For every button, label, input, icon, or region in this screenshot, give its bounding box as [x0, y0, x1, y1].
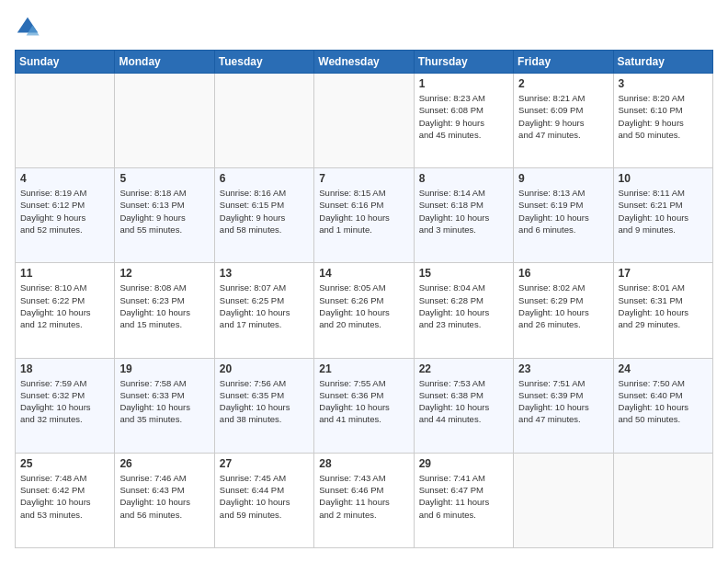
day-info: Sunrise: 7:51 AM Sunset: 6:39 PM Dayligh… [518, 377, 608, 426]
day-info: Sunrise: 8:13 AM Sunset: 6:19 PM Dayligh… [518, 187, 608, 236]
day-info: Sunrise: 8:11 AM Sunset: 6:21 PM Dayligh… [619, 187, 708, 236]
calendar-cell: 21Sunrise: 7:55 AM Sunset: 6:36 PM Dayli… [314, 358, 414, 453]
day-info: Sunrise: 7:48 AM Sunset: 6:42 PM Dayligh… [20, 472, 109, 521]
day-info: Sunrise: 7:43 AM Sunset: 6:46 PM Dayligh… [319, 472, 408, 521]
weekday-header-saturday: Saturday [613, 51, 712, 74]
calendar-cell: 10Sunrise: 8:11 AM Sunset: 6:21 PM Dayli… [613, 168, 712, 263]
day-number: 7 [319, 172, 408, 185]
day-info: Sunrise: 8:10 AM Sunset: 6:22 PM Dayligh… [20, 282, 109, 330]
calendar-cell [16, 74, 115, 168]
day-info: Sunrise: 7:46 AM Sunset: 6:43 PM Dayligh… [119, 472, 209, 521]
day-number: 18 [20, 362, 109, 375]
day-info: Sunrise: 7:50 AM Sunset: 6:40 PM Dayligh… [619, 377, 708, 426]
day-info: Sunrise: 7:56 AM Sunset: 6:35 PM Dayligh… [220, 377, 309, 426]
page: SundayMondayTuesdayWednesdayThursdayFrid… [0, 0, 728, 563]
day-info: Sunrise: 8:15 AM Sunset: 6:16 PM Dayligh… [319, 187, 408, 236]
calendar-cell: 5Sunrise: 8:18 AM Sunset: 6:13 PM Daylig… [115, 168, 214, 263]
calendar-cell: 12Sunrise: 8:08 AM Sunset: 6:23 PM Dayli… [115, 263, 214, 358]
calendar-cell: 19Sunrise: 7:58 AM Sunset: 6:33 PM Dayli… [115, 358, 214, 453]
calendar-cell: 1Sunrise: 8:23 AM Sunset: 6:08 PM Daylig… [414, 74, 513, 168]
calendar-cell: 11Sunrise: 8:10 AM Sunset: 6:22 PM Dayli… [16, 263, 115, 358]
calendar-cell: 2Sunrise: 8:21 AM Sunset: 6:09 PM Daylig… [514, 74, 613, 168]
day-number: 9 [518, 172, 608, 185]
day-info: Sunrise: 8:07 AM Sunset: 6:25 PM Dayligh… [220, 282, 309, 330]
weekday-header-tuesday: Tuesday [214, 51, 313, 74]
day-info: Sunrise: 8:20 AM Sunset: 6:10 PM Dayligh… [619, 92, 708, 141]
weekday-header-thursday: Thursday [414, 51, 513, 74]
day-number: 6 [220, 172, 309, 185]
weekday-header-friday: Friday [514, 51, 613, 74]
day-number: 11 [20, 267, 109, 280]
day-number: 19 [119, 362, 209, 375]
header [15, 15, 713, 40]
calendar-cell: 13Sunrise: 8:07 AM Sunset: 6:25 PM Dayli… [214, 263, 313, 358]
day-info: Sunrise: 8:19 AM Sunset: 6:12 PM Dayligh… [20, 187, 109, 236]
calendar-cell: 14Sunrise: 8:05 AM Sunset: 6:26 PM Dayli… [314, 263, 414, 358]
day-info: Sunrise: 7:53 AM Sunset: 6:38 PM Dayligh… [419, 377, 508, 426]
day-number: 4 [20, 172, 109, 185]
day-number: 8 [419, 172, 508, 185]
calendar-cell [613, 453, 712, 547]
calendar-cell: 20Sunrise: 7:56 AM Sunset: 6:35 PM Dayli… [214, 358, 313, 453]
day-info: Sunrise: 7:59 AM Sunset: 6:32 PM Dayligh… [20, 377, 109, 426]
day-info: Sunrise: 8:14 AM Sunset: 6:18 PM Dayligh… [419, 187, 508, 236]
day-info: Sunrise: 8:21 AM Sunset: 6:09 PM Dayligh… [518, 92, 608, 141]
calendar-cell: 17Sunrise: 8:01 AM Sunset: 6:31 PM Dayli… [613, 263, 712, 358]
weekday-header-sunday: Sunday [16, 51, 115, 74]
calendar-cell: 28Sunrise: 7:43 AM Sunset: 6:46 PM Dayli… [314, 453, 414, 547]
day-number: 28 [319, 457, 408, 470]
logo-icon [15, 15, 40, 40]
calendar-cell: 6Sunrise: 8:16 AM Sunset: 6:15 PM Daylig… [214, 168, 313, 263]
day-number: 15 [419, 267, 508, 280]
calendar-cell [214, 74, 313, 168]
day-info: Sunrise: 8:02 AM Sunset: 6:29 PM Dayligh… [518, 282, 608, 330]
calendar-cell: 15Sunrise: 8:04 AM Sunset: 6:28 PM Dayli… [414, 263, 513, 358]
day-number: 27 [220, 457, 309, 470]
day-number: 17 [619, 267, 708, 280]
weekday-header-row: SundayMondayTuesdayWednesdayThursdayFrid… [16, 51, 713, 74]
day-number: 16 [518, 267, 608, 280]
day-number: 23 [518, 362, 608, 375]
day-number: 1 [419, 77, 508, 90]
day-info: Sunrise: 8:01 AM Sunset: 6:31 PM Dayligh… [619, 282, 708, 330]
weekday-header-wednesday: Wednesday [314, 51, 414, 74]
day-number: 10 [619, 172, 708, 185]
calendar-cell: 18Sunrise: 7:59 AM Sunset: 6:32 PM Dayli… [16, 358, 115, 453]
logo [15, 15, 44, 40]
day-number: 20 [220, 362, 309, 375]
calendar-cell: 8Sunrise: 8:14 AM Sunset: 6:18 PM Daylig… [414, 168, 513, 263]
calendar-cell: 26Sunrise: 7:46 AM Sunset: 6:43 PM Dayli… [115, 453, 214, 547]
day-number: 29 [419, 457, 508, 470]
calendar-cell: 24Sunrise: 7:50 AM Sunset: 6:40 PM Dayli… [613, 358, 712, 453]
day-number: 12 [119, 267, 209, 280]
calendar-cell [514, 453, 613, 547]
calendar-cell: 23Sunrise: 7:51 AM Sunset: 6:39 PM Dayli… [514, 358, 613, 453]
calendar-week-2: 4Sunrise: 8:19 AM Sunset: 6:12 PM Daylig… [16, 168, 713, 263]
calendar-cell [314, 74, 414, 168]
calendar-week-1: 1Sunrise: 8:23 AM Sunset: 6:08 PM Daylig… [16, 74, 713, 168]
day-info: Sunrise: 8:16 AM Sunset: 6:15 PM Dayligh… [220, 187, 309, 236]
calendar-cell: 22Sunrise: 7:53 AM Sunset: 6:38 PM Dayli… [414, 358, 513, 453]
day-number: 21 [319, 362, 408, 375]
calendar-cell: 25Sunrise: 7:48 AM Sunset: 6:42 PM Dayli… [16, 453, 115, 547]
calendar-week-4: 18Sunrise: 7:59 AM Sunset: 6:32 PM Dayli… [16, 358, 713, 453]
day-info: Sunrise: 8:23 AM Sunset: 6:08 PM Dayligh… [419, 92, 508, 141]
day-number: 14 [319, 267, 408, 280]
day-number: 13 [220, 267, 309, 280]
day-info: Sunrise: 8:04 AM Sunset: 6:28 PM Dayligh… [419, 282, 508, 330]
calendar-week-5: 25Sunrise: 7:48 AM Sunset: 6:42 PM Dayli… [16, 453, 713, 547]
calendar-cell: 16Sunrise: 8:02 AM Sunset: 6:29 PM Dayli… [514, 263, 613, 358]
calendar-cell: 4Sunrise: 8:19 AM Sunset: 6:12 PM Daylig… [16, 168, 115, 263]
calendar-table: SundayMondayTuesdayWednesdayThursdayFrid… [15, 50, 713, 548]
day-info: Sunrise: 7:55 AM Sunset: 6:36 PM Dayligh… [319, 377, 408, 426]
calendar-cell [115, 74, 214, 168]
day-number: 5 [119, 172, 209, 185]
calendar-cell: 3Sunrise: 8:20 AM Sunset: 6:10 PM Daylig… [613, 74, 712, 168]
day-number: 26 [119, 457, 209, 470]
calendar-cell: 27Sunrise: 7:45 AM Sunset: 6:44 PM Dayli… [214, 453, 313, 547]
day-info: Sunrise: 7:45 AM Sunset: 6:44 PM Dayligh… [220, 472, 309, 521]
calendar-cell: 7Sunrise: 8:15 AM Sunset: 6:16 PM Daylig… [314, 168, 414, 263]
calendar-cell: 29Sunrise: 7:41 AM Sunset: 6:47 PM Dayli… [414, 453, 513, 547]
day-number: 25 [20, 457, 109, 470]
day-info: Sunrise: 8:18 AM Sunset: 6:13 PM Dayligh… [119, 187, 209, 236]
